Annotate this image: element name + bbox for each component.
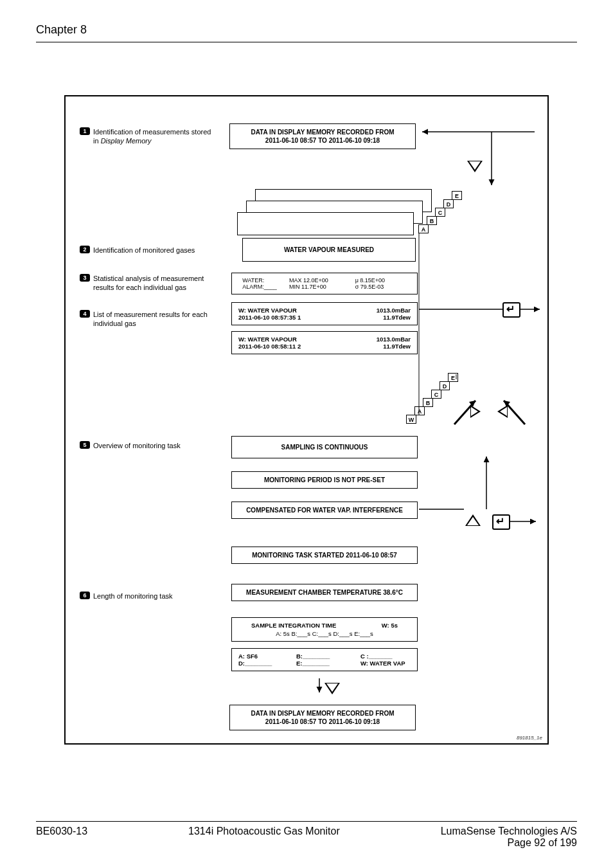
enter-icon-2 <box>492 514 510 530</box>
bullet-2: 2 <box>80 246 90 253</box>
sit-l1a: SAMPLE INTEGRATION TIME <box>251 622 336 629</box>
nav-up-icon <box>465 514 481 526</box>
annotation-4-text: List of measurement results for each ind… <box>93 310 215 329</box>
tab-E-1: E <box>452 191 462 200</box>
annotation-6-text: Length of monitoring task <box>93 592 215 601</box>
tab-D-1: D <box>443 199 454 208</box>
box-ov3: COMPENSATED FOR WATER VAP. INTERFERENCE <box>231 502 418 519</box>
box-ov4: MONITORING TASK STARTED 2011-06-10 08:57 <box>231 547 418 564</box>
annotation-6: 6 Length of monitoring task <box>80 592 215 601</box>
bullet-4: 4 <box>80 310 90 318</box>
connector-enter-2b <box>509 520 541 523</box>
tab-A-1: A <box>418 224 429 233</box>
bullet-3: 3 <box>80 274 90 282</box>
nav-down-icon <box>467 161 483 172</box>
box-meas-2: W: WATER VAPOUR 1013.0mBar 2011-06-10 08… <box>231 331 418 354</box>
assign-w: W: WATER VAP <box>360 660 405 667</box>
assign-e: E:________ <box>296 660 360 667</box>
assign-r1: A: SF6 B:________ C :_______ <box>238 653 411 660</box>
figure-frame: 1 Identification of measurements stored … <box>64 95 549 745</box>
meas1-l2a: 2011-06-10 08:57:35 1 <box>238 314 301 321</box>
stats-row1: WATER: MAX 12.0E+00 μ 8.15E+00 <box>238 277 411 284</box>
meas2-l2b: 11.9Tdew <box>383 343 411 350</box>
page: Chapter 8 1 Identification of measuremen… <box>0 0 613 868</box>
stack-back-1 <box>237 212 414 235</box>
box-meas-1: W: WATER VAPOUR 1013.0mBar 2011-06-10 08… <box>231 302 418 325</box>
sit-l1b: W: 5s <box>382 622 398 629</box>
arrow-down-bottom <box>313 678 326 698</box>
box-ov1: SAMPLING IS CONTINUOUS <box>231 436 418 458</box>
stats-c1a: WATER: <box>242 277 281 284</box>
tab-W-2: W <box>406 415 416 424</box>
box-data-in-memory-bottom: DATA IN DISPLAY MEMORY RECORDED FROM 201… <box>229 705 416 730</box>
meas1-r2: 2011-06-10 08:57:35 1 11.9Tdew <box>238 314 411 321</box>
ov5-text: MEASUREMENT CHAMBER TEMPERATURE 38.6°C <box>237 589 412 596</box>
assign-b: B:________ <box>296 653 360 660</box>
footer-right: LumaSense Technologies A/S <box>441 826 577 837</box>
stats-c2a: MAX 12.0E+00 <box>289 277 347 284</box>
footer-center: 1314i Photoacoustic Gas Monitor <box>188 826 340 837</box>
assign-r2: D:________ E:________ W: WATER VAP <box>238 660 411 667</box>
figure-id: 891815_1e <box>517 735 542 741</box>
box-sit: SAMPLE INTEGRATION TIME W: 5s A: 5s B:__… <box>231 617 418 642</box>
footer-row: BE6030-13 1314i Photoacoustic Gas Monito… <box>36 826 577 837</box>
meas2-l1b: 1013.0mBar <box>377 336 411 343</box>
meas1-l1a: W: WATER VAPOUR <box>238 307 297 314</box>
bullet-5: 5 <box>80 441 90 449</box>
box-ov5: MEASUREMENT CHAMBER TEMPERATURE 38.6°C <box>231 584 418 601</box>
meas2-l2a: 2011-06-10 08:58:11 2 <box>238 343 301 350</box>
box-ov2: MONITORING PERIOD IS NOT PRE-SET <box>231 471 418 489</box>
box-gas-header: WATER VAPOUR MEASURED <box>242 238 416 262</box>
meas1-r1: W: WATER VAPOUR 1013.0mBar <box>238 307 411 314</box>
annotation-3-text: Statistical analysis of measurement resu… <box>93 274 215 293</box>
connector-ov3-right <box>419 508 467 511</box>
tab-B-1: B <box>427 216 437 225</box>
nav-down-icon-2 <box>324 683 340 694</box>
assign-c: C :_______ <box>360 653 393 660</box>
meas2-l1a: W: WATER VAPOUR <box>238 336 297 343</box>
annotation-3: 3 Statistical analysis of measurement re… <box>80 274 215 293</box>
meas2-r2: 2011-06-10 08:58:11 2 11.9Tdew <box>238 343 411 350</box>
annotation-5: 5 Overview of monitoring task <box>80 441 215 450</box>
stats-row2: ALARM:____ MIN 11.7E+00 σ 79.5E-03 <box>238 284 411 290</box>
assign-a: A: SF6 <box>238 653 296 660</box>
meas1-l2b: 11.9Tdew <box>383 314 411 321</box>
header-rule <box>36 42 577 42</box>
box-bottom-l2: 2011-06-10 08:57 TO 2011-06-10 09:18 <box>235 718 410 725</box>
box-top-l1: DATA IN DISPLAY MEMORY RECORDED FROM <box>235 129 410 136</box>
stats-c1b: ALARM:____ <box>242 284 281 290</box>
bullet-6: 6 <box>80 592 90 599</box>
box-bottom-l1: DATA IN DISPLAY MEMORY RECORDED FROM <box>235 710 410 717</box>
ov1-text: SAMPLING IS CONTINUOUS <box>237 444 412 451</box>
annotation-1: 1 Identification of measurements stored … <box>80 127 215 146</box>
diag-arrows <box>451 389 528 428</box>
sit-l2: A: 5s B:___s C:___s D:___s E:___s <box>238 630 411 637</box>
meas1-l1b: 1013.0mBar <box>377 307 411 314</box>
box-stats: WATER: MAX 12.0E+00 μ 8.15E+00 ALARM:___… <box>231 273 418 294</box>
footer-page: Page 92 of 199 <box>36 837 577 849</box>
assign-d: D:________ <box>238 660 296 667</box>
annotation-2: 2 Identification of monitored gases <box>80 246 215 255</box>
footer: BE6030-13 1314i Photoacoustic Gas Monito… <box>36 821 577 849</box>
chapter-title: Chapter 8 <box>36 23 577 37</box>
stats-c3b: σ 79.5E-03 <box>355 284 407 290</box>
annotation-4: 4 List of measurement results for each i… <box>80 310 215 329</box>
connector-enter-1b <box>519 308 545 311</box>
enter-icon-1 <box>502 302 520 318</box>
annotation-5-text: Overview of monitoring task <box>93 441 215 450</box>
box-data-in-memory-top: DATA IN DISPLAY MEMORY RECORDED FROM 201… <box>229 123 416 149</box>
bullet-1: 1 <box>80 127 90 135</box>
footer-left: BE6030-13 <box>36 826 87 837</box>
box-assign: A: SF6 B:________ C :_______ D:________ … <box>231 648 418 671</box>
meas2-r1: W: WATER VAPOUR 1013.0mBar <box>238 336 411 343</box>
ov3-text: COMPENSATED FOR WATER VAP. INTERFERENCE <box>237 507 412 514</box>
box-top-l2: 2011-06-10 08:57 TO 2011-06-10 09:18 <box>235 137 410 144</box>
ov4-text: MONITORING TASK STARTED 2011-06-10 08:57 <box>237 552 412 559</box>
stats-c3a: μ 8.15E+00 <box>355 277 407 284</box>
footer-rule <box>36 821 577 822</box>
tab-C-1: C <box>435 208 445 217</box>
annotation-1-text: Identification of measurements stored in… <box>93 127 215 146</box>
annotation-1-text-b: Display Memory <box>101 137 152 145</box>
annotation-2-text: Identification of monitored gases <box>93 246 215 255</box>
sit-r1: SAMPLE INTEGRATION TIME W: 5s <box>238 622 411 629</box>
